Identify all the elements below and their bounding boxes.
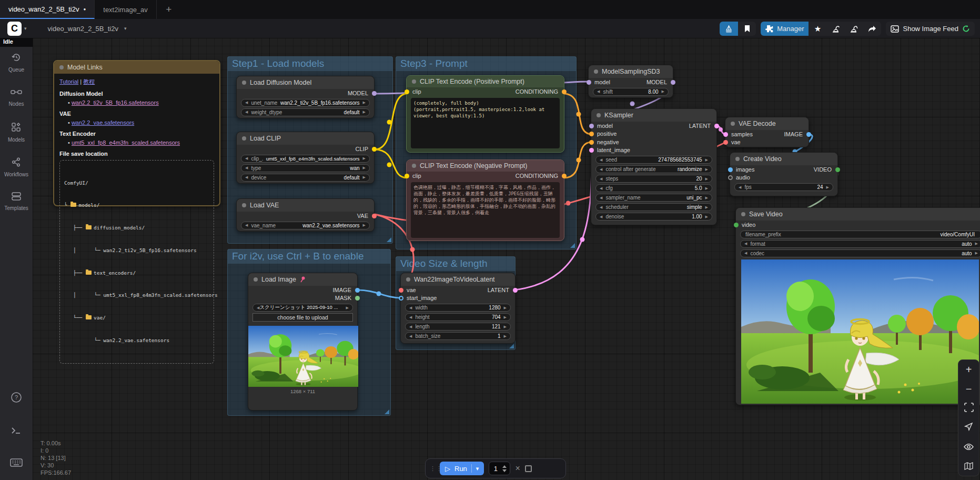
collapse-dot[interactable] — [242, 81, 246, 85]
widget-steps[interactable]: steps20 — [595, 175, 712, 183]
input-port-video[interactable] — [734, 223, 739, 227]
widget-sampler-name[interactable]: sampler_nameuni_pc — [595, 194, 712, 202]
widget-format[interactable]: formatauto — [740, 240, 980, 248]
next-arrow-icon[interactable] — [705, 167, 708, 172]
output-port-latent[interactable] — [714, 124, 719, 128]
input-port-vae[interactable] — [723, 140, 728, 145]
prev-arrow-icon[interactable] — [600, 205, 602, 209]
help-button[interactable]: ? — [0, 392, 33, 405]
widget-denoise[interactable]: denoise1.00 — [595, 213, 712, 221]
collapse-dot[interactable] — [412, 79, 416, 84]
node-clip-text-encode-negative[interactable]: CLIP Text Encode (Negative Prompt) clipC… — [406, 159, 564, 241]
prev-arrow-icon[interactable] — [245, 110, 248, 114]
collapse-dot[interactable] — [406, 277, 410, 282]
tutorial-cn-link[interactable]: 教程 — [83, 78, 95, 85]
next-arrow-icon[interactable] — [363, 101, 366, 105]
extension-badge-button[interactable] — [720, 22, 738, 36]
manager-button[interactable]: Manager — [761, 22, 809, 36]
next-arrow-icon[interactable] — [363, 166, 366, 170]
sidebar-item-workflows[interactable]: Workflows — [0, 157, 33, 177]
prev-arrow-icon[interactable] — [409, 325, 412, 329]
output-port-latent[interactable] — [513, 288, 518, 293]
next-arrow-icon[interactable] — [705, 177, 708, 181]
select-mode-button[interactable] — [958, 423, 979, 433]
node-load-vae[interactable]: Load VAE VAE vae_namewan2.2_vae.safetens… — [236, 198, 375, 232]
node-create-video[interactable]: Create Video imagesVIDEO audio fps24 — [730, 152, 838, 196]
widget-codec[interactable]: codecauto — [740, 249, 980, 257]
widget-control-after-generate[interactable]: control after generaterandomize — [595, 165, 712, 173]
widget-type[interactable]: typewan — [241, 164, 370, 172]
widget-clip-name[interactable]: clip_...umt5_xxl_fp8_e4m3fn_scaled.safet… — [241, 155, 370, 163]
sidebar-item-nodes[interactable]: Nodes — [0, 87, 33, 107]
input-port-audio[interactable] — [728, 175, 733, 180]
input-port-negative[interactable] — [589, 140, 594, 145]
prev-arrow-icon[interactable] — [600, 196, 602, 200]
vacuum-button-2[interactable] — [845, 22, 863, 36]
favorites-button[interactable]: ★ — [809, 22, 826, 36]
share-button[interactable] — [863, 22, 881, 36]
widget-batch-size[interactable]: batch_size1 — [405, 332, 511, 340]
node-wan22-image-to-video-latent[interactable]: Wan22ImageToVideoLatent vaeLATENT start_… — [400, 273, 516, 344]
prev-arrow-icon[interactable] — [409, 306, 412, 310]
prev-arrow-icon[interactable] — [245, 156, 248, 161]
prev-arrow-icon[interactable] — [597, 89, 600, 94]
widget-height[interactable]: height704 — [405, 313, 511, 321]
toggle-visibility-button[interactable] — [958, 442, 979, 452]
diffusion-model-link[interactable]: wan2.2_ti2v_5B_fp16.safetensors — [72, 99, 159, 106]
widget-fps[interactable]: fps24 — [734, 183, 833, 191]
node-load-image[interactable]: Load Image IMAGE MASK スクリーンショット 2025-09-… — [248, 273, 358, 411]
input-port-vae[interactable] — [399, 288, 403, 293]
output-port-image[interactable] — [806, 132, 811, 137]
output-port-clip[interactable] — [372, 147, 377, 152]
node-save-video[interactable]: Save Video video filename_prefixvideo/Co… — [735, 207, 980, 405]
collapse-dot[interactable] — [731, 122, 735, 126]
node-graph-canvas[interactable]: Step1 - Load models Step3 - Prompt For i… — [33, 38, 980, 480]
input-port-model[interactable] — [589, 124, 594, 128]
vacuum-button-1[interactable] — [826, 22, 845, 36]
next-arrow-icon[interactable] — [504, 325, 507, 329]
node-model-sampling-sd3[interactable]: ModelSamplingSD3 modelMODEL shift8.00 — [588, 65, 673, 98]
next-arrow-icon[interactable] — [346, 306, 349, 310]
input-port-start-image[interactable] — [399, 296, 403, 301]
input-port-positive[interactable] — [589, 132, 594, 136]
prev-arrow-icon[interactable] — [600, 158, 602, 162]
collapse-dot[interactable] — [242, 203, 246, 207]
fit-view-button[interactable] — [958, 403, 979, 414]
next-arrow-icon[interactable] — [504, 315, 507, 319]
collapse-dot[interactable] — [412, 164, 416, 168]
widget-cfg[interactable]: cfg5.0 — [595, 184, 712, 192]
run-button[interactable]: ▷ Run ▾ — [440, 462, 484, 475]
sidebar-item-queue[interactable]: Queue — [0, 52, 33, 73]
input-port-latent-image[interactable] — [589, 148, 594, 153]
next-arrow-icon[interactable] — [975, 251, 978, 255]
stop-button[interactable] — [525, 465, 532, 472]
text-encoder-link[interactable]: umt5_xxl_fp8_e4m3fn_scaled.safetensors — [72, 139, 180, 146]
prev-arrow-icon[interactable] — [245, 166, 248, 170]
shortcuts-button[interactable] — [0, 458, 33, 469]
node-load-clip[interactable]: Load CLIP CLIP clip_...umt5_xxl_fp8_e4m3… — [236, 132, 375, 184]
prev-arrow-icon[interactable] — [409, 334, 412, 338]
prev-arrow-icon[interactable] — [739, 185, 741, 189]
collapse-dot[interactable] — [254, 277, 258, 282]
minimap-button[interactable] — [958, 461, 979, 472]
bookmark-button[interactable] — [738, 22, 756, 36]
prev-arrow-icon[interactable] — [744, 242, 747, 246]
sidebar-item-models[interactable]: Models — [0, 122, 33, 143]
negative-prompt-textarea[interactable]: 色调艳丽，过曝，静态，细节模糊不清，字幕，风格，作品，画作，画面，静止，整体发灰… — [411, 182, 560, 238]
cancel-button[interactable]: × — [515, 464, 520, 473]
output-port-image[interactable] — [355, 288, 360, 293]
input-port-clip[interactable] — [405, 174, 409, 178]
next-arrow-icon[interactable] — [363, 156, 366, 161]
collapse-dot[interactable] — [597, 113, 601, 117]
node-load-diffusion-model[interactable]: Load Diffusion Model MODEL unet_namewan2… — [236, 76, 375, 118]
run-options-chevron-icon[interactable]: ▾ — [476, 465, 479, 472]
widget-filename-prefix[interactable]: filename_prefixvideo/ComfyUI — [740, 231, 980, 238]
collapse-dot[interactable] — [59, 65, 64, 69]
collapse-dot[interactable] — [242, 136, 246, 141]
next-arrow-icon[interactable] — [662, 89, 664, 94]
next-arrow-icon[interactable] — [705, 186, 708, 191]
widget-shift[interactable]: shift8.00 — [593, 88, 669, 96]
prev-arrow-icon[interactable] — [245, 223, 248, 227]
prev-arrow-icon[interactable] — [600, 186, 602, 191]
prev-arrow-icon[interactable] — [600, 177, 602, 181]
